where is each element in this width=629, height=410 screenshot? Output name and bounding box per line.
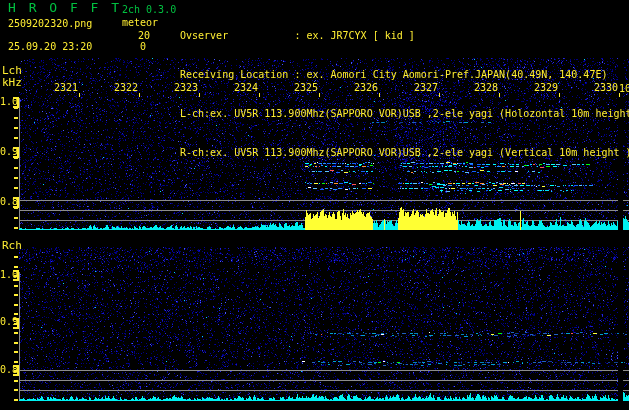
app-title: H R O F F T — [8, 1, 122, 14]
time-label: 2323 — [172, 82, 198, 93]
station-info-block: Ovserver : ex. JR7CYX [ kid ] Receiving … — [180, 3, 629, 185]
mode-label: meteor — [122, 16, 158, 29]
observation-datetime: 25.09.20 23:20 — [8, 40, 92, 53]
app-version: 2ch 0.3.0 — [122, 3, 176, 16]
lch-ytick-0_9: 0.9 — [0, 146, 17, 157]
rch-ytick-0_9: 0.9 — [0, 316, 17, 327]
rch-panel-label: Rch — [2, 239, 22, 252]
time-label: 2325 — [292, 82, 318, 93]
lch-ytick-1_0: 1.0 — [0, 96, 17, 107]
time-label: 2330 — [592, 82, 618, 93]
time-label: 2324 — [232, 82, 258, 93]
lch-frequency-unit: kHz — [2, 76, 22, 89]
lch-receiver-line: L-ch:ex. UV5R 113.900Mhz(SAPPORO VOR)USB… — [180, 107, 629, 120]
rch-receiver-line: R-ch:ex. UV5R 113.900Mhz(SAPPORO VOR)USB… — [180, 146, 629, 159]
rch-ytick-0_8: 0.8 — [0, 364, 17, 375]
time-label: 2329 — [532, 82, 558, 93]
meteor-count-lower: 0 — [140, 40, 146, 53]
hrofft-screen: H R O F F T 2ch 0.3.0 2509202320.png met… — [0, 0, 629, 410]
output-filename: 2509202320.png — [8, 17, 92, 30]
time-label: 2327 — [412, 82, 438, 93]
location-line: Receiving Location : ex. Aomori City Aom… — [180, 68, 629, 81]
time-label-partial: 10 — [619, 82, 629, 95]
rch-ytick-1_0: 1.0 — [0, 269, 17, 280]
time-label: 2326 — [352, 82, 378, 93]
time-label: 2328 — [472, 82, 498, 93]
time-label: 2322 — [112, 82, 138, 93]
time-label: 2321 — [52, 82, 78, 93]
observer-line: Ovserver : ex. JR7CYX [ kid ] — [180, 29, 629, 42]
lch-ytick-0_8: 0.8 — [0, 196, 17, 207]
